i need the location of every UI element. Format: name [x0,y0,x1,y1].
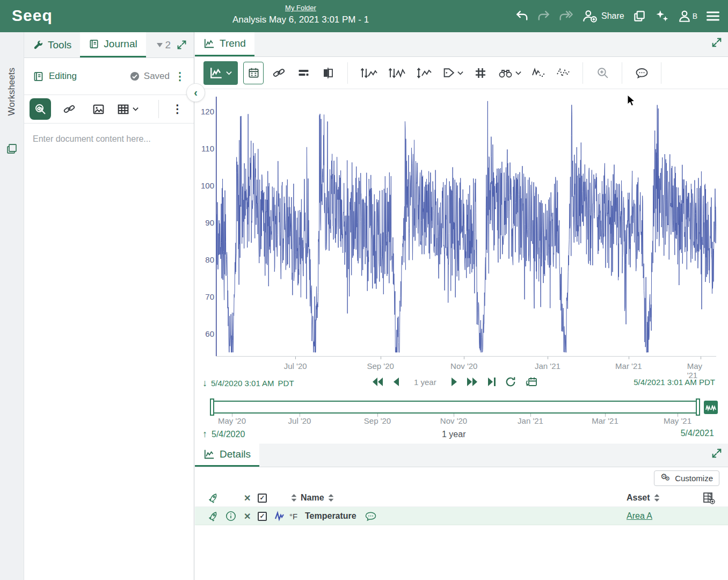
seeq-link-button[interactable] [30,98,51,120]
tab-tools[interactable]: Tools [24,32,80,57]
hamburger-icon [705,10,720,23]
sort-icon[interactable] [290,494,297,502]
auto-update-button[interactable] [525,376,538,388]
asset-link[interactable]: Area A [627,507,652,525]
investigate-range-end[interactable]: 5/4/2021 [681,429,714,438]
tag-icon [442,67,456,79]
signal-row[interactable]: ✕ ✓ °F Temperature Area A [195,507,728,525]
insert-table-button[interactable] [117,98,139,120]
zoom-button[interactable] [593,61,612,85]
signal-name[interactable]: Temperature [305,507,356,525]
step-forward-full-button[interactable] [467,377,478,387]
rows-icon [297,67,310,79]
insert-link-button[interactable] [59,98,80,120]
expand-trend-icon[interactable] [711,37,723,48]
user-profile-button[interactable]: B [678,9,697,23]
annotate-button[interactable] [632,61,651,85]
breadcrumb[interactable]: My Folder [285,4,316,12]
autoscale-button[interactable] [413,61,435,85]
tab-trend[interactable]: Trend [195,32,254,56]
sort-icon[interactable] [653,494,660,502]
chevron-down-icon [133,107,139,111]
step-to-end-button[interactable] [487,377,496,387]
one-lane-button[interactable] [358,61,380,85]
grid-icon [474,67,487,79]
display-range-start[interactable]: ↓ 5/4/2020 3:01 AM PDT [202,378,294,389]
signal-visible-checkbox[interactable]: ✓ [258,507,267,525]
investigate-range-duration[interactable]: 1 year [442,430,465,439]
compare-view-button[interactable] [318,61,338,85]
journal-editor[interactable]: Enter document content here... [33,134,151,144]
dimming-button[interactable] [294,61,313,85]
calendar-range-button[interactable] [243,62,264,84]
worksheets-rail[interactable]: Worksheets [0,32,24,580]
slider-tick-label: Nov '20 [440,416,467,425]
step-forward-half-button[interactable] [451,377,457,387]
asset-column-header[interactable]: Asset [627,489,660,507]
journal-toolbar-more-button[interactable]: ⋮ [166,106,188,112]
time-range-slider[interactable] [212,401,698,414]
follow-signal-button[interactable] [704,401,718,414]
add-column-button[interactable] [702,489,715,507]
rocket-icon[interactable] [208,489,219,507]
refresh-button[interactable] [505,376,516,387]
one-axis-button[interactable] [385,61,408,85]
collapse-panel-button[interactable]: ‹ [186,83,205,102]
range-start-text[interactable]: 5/4/2020 3:01 AM [211,379,274,388]
chain-view-button[interactable] [269,61,288,85]
tab-details[interactable]: Details [195,444,259,467]
expand-details-icon[interactable] [711,447,723,459]
share-button[interactable]: Share [582,9,624,24]
name-column-header[interactable]: Name [290,489,334,507]
customize-button[interactable]: ⚙⚙ Customize [654,470,719,486]
remove-signal-button[interactable]: ✕ [244,507,251,525]
slider-tick [530,414,531,417]
rocket-icon[interactable] [208,507,219,525]
worksheet-panels-button[interactable] [632,9,646,23]
undo-button[interactable] [515,9,529,23]
samples-button[interactable] [529,61,548,85]
sort-icon[interactable] [327,494,334,502]
toolbar-divider [583,62,583,84]
signal-plot[interactable] [216,97,716,356]
chart-type-button[interactable] [203,61,238,85]
ai-assistant-button[interactable] [654,9,669,24]
select-all-checkbox[interactable]: ✓ [258,489,267,507]
slider-left-handle[interactable] [210,398,214,416]
step-back-full-button[interactable] [372,377,384,387]
comment-icon[interactable] [365,507,377,525]
calendar-icon [247,67,260,79]
autoscale-icon [416,67,433,79]
main-menu-button[interactable] [705,10,720,23]
caret-down-icon [157,43,163,47]
share-forward-button[interactable] [559,9,574,23]
range-duration[interactable]: 1 year [414,378,436,387]
toolbar-divider [158,100,159,118]
uncertainty-button[interactable] [554,61,573,85]
redo-button[interactable] [537,9,551,23]
range-end-text[interactable]: 5/4/2021 3:01 AM [634,378,697,387]
expand-journal-icon[interactable] [176,39,187,50]
insert-image-button[interactable] [88,98,109,120]
labels-button[interactable] [440,61,465,85]
slider-right-handle[interactable] [696,398,700,416]
remove-all-button[interactable]: ✕ [244,489,251,507]
undo-icon [515,9,529,23]
info-button[interactable] [225,507,236,525]
display-range-end[interactable]: 5/4/2021 3:01 AM PDT [634,378,715,387]
step-back-half-button[interactable] [393,377,399,387]
investigate-button[interactable] [496,61,523,85]
tab-journal[interactable]: Journal [80,32,145,57]
wave-icon [705,403,716,412]
range-start-arrow-icon: ↓ [202,378,207,389]
seeq-logo[interactable]: Seeq [12,6,53,25]
worksheet-count-dropdown[interactable]: 2 [157,39,171,51]
gridlines-button[interactable] [471,61,490,85]
journal-menu-button[interactable]: ⋮ [174,74,185,79]
x-tick-label: Sep '20 [367,361,394,371]
seeq-app: Seeq My Folder Analysis May 6, 2021 3:01… [0,0,728,580]
slider-tick-label: Jul '20 [288,416,311,425]
journal-icon [89,39,99,49]
trend-tabbar: Trend [195,32,728,57]
investigate-range-start[interactable]: ↑ 5/4/2020 [202,429,245,440]
